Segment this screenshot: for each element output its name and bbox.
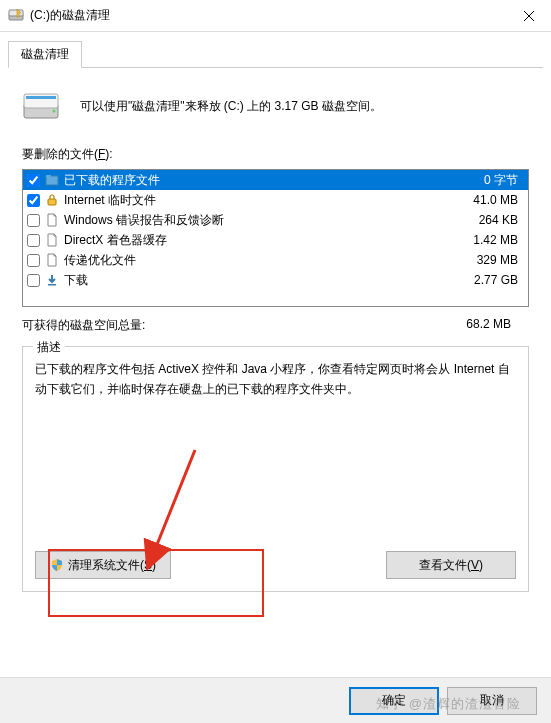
list-item[interactable]: 传递优化文件 329 MB bbox=[23, 250, 528, 270]
lock-icon bbox=[44, 192, 60, 208]
close-button[interactable] bbox=[506, 0, 551, 32]
dialog-body: 磁盘清理 可以使用"磁盘清理"来释放 (C:) 上的 3.17 GB 磁盘空间。… bbox=[0, 32, 551, 614]
tab-content: 可以使用"磁盘清理"来释放 (C:) 上的 3.17 GB 磁盘空间。 要删除的… bbox=[8, 72, 543, 606]
file-size: 329 MB bbox=[477, 253, 524, 267]
delete-files-label: 要删除的文件(F): bbox=[22, 146, 529, 163]
list-item[interactable]: DirectX 着色器缓存 1.42 MB bbox=[23, 230, 528, 250]
folder-icon bbox=[44, 172, 60, 188]
info-row: 可以使用"磁盘清理"来释放 (C:) 上的 3.17 GB 磁盘空间。 bbox=[22, 86, 529, 126]
total-value: 68.2 MB bbox=[466, 317, 511, 334]
svg-rect-9 bbox=[48, 284, 56, 286]
file-size: 1.42 MB bbox=[473, 233, 524, 247]
file-size: 2.77 GB bbox=[474, 273, 524, 287]
file-icon bbox=[44, 232, 60, 248]
file-list[interactable]: 已下载的程序文件 0 字节 Internet 临时文件 41.0 MB Wind… bbox=[22, 169, 529, 307]
file-checkbox[interactable] bbox=[27, 274, 40, 287]
file-name: 下载 bbox=[64, 272, 474, 289]
file-size: 264 KB bbox=[479, 213, 524, 227]
svg-rect-6 bbox=[46, 176, 58, 185]
window-title: (C:)的磁盘清理 bbox=[30, 7, 506, 24]
svg-rect-7 bbox=[46, 175, 51, 177]
svg-rect-4 bbox=[26, 96, 56, 99]
svg-point-5 bbox=[53, 110, 56, 113]
list-item[interactable]: Internet 临时文件 41.0 MB bbox=[23, 190, 528, 210]
drive-icon bbox=[22, 86, 62, 126]
file-name: Windows 错误报告和反馈诊断 bbox=[64, 212, 479, 229]
file-size: 41.0 MB bbox=[473, 193, 524, 207]
list-item[interactable]: 已下载的程序文件 0 字节 bbox=[23, 170, 528, 190]
disk-cleanup-icon bbox=[8, 8, 24, 24]
list-item[interactable]: 下载 2.77 GB bbox=[23, 270, 528, 290]
file-size: 0 字节 bbox=[484, 172, 524, 189]
titlebar: (C:)的磁盘清理 bbox=[0, 0, 551, 32]
description-buttons: 清理系统文件(S) 查看文件(V) bbox=[35, 551, 516, 579]
description-text: 已下载的程序文件包括 ActiveX 控件和 Java 小程序，你查看特定网页时… bbox=[35, 359, 516, 400]
total-row: 可获得的磁盘空间总量: 68.2 MB bbox=[22, 317, 529, 334]
file-icon bbox=[44, 252, 60, 268]
file-checkbox[interactable] bbox=[27, 194, 40, 207]
file-name: Internet 临时文件 bbox=[64, 192, 473, 209]
ok-button[interactable]: 确定 bbox=[349, 687, 439, 715]
close-icon bbox=[524, 11, 534, 21]
description-group: 描述 已下载的程序文件包括 ActiveX 控件和 Java 小程序，你查看特定… bbox=[22, 346, 529, 592]
file-checkbox[interactable] bbox=[27, 234, 40, 247]
file-checkbox[interactable] bbox=[27, 214, 40, 227]
file-icon bbox=[44, 212, 60, 228]
file-checkbox[interactable] bbox=[27, 174, 40, 187]
total-label: 可获得的磁盘空间总量: bbox=[22, 317, 145, 334]
file-name: DirectX 着色器缓存 bbox=[64, 232, 473, 249]
cancel-button[interactable]: 取消 bbox=[447, 687, 537, 715]
file-name: 传递优化文件 bbox=[64, 252, 477, 269]
intro-text: 可以使用"磁盘清理"来释放 (C:) 上的 3.17 GB 磁盘空间。 bbox=[80, 98, 382, 115]
view-files-button[interactable]: 查看文件(V) bbox=[386, 551, 516, 579]
dialog-footer: 确定 取消 bbox=[0, 677, 551, 723]
description-legend: 描述 bbox=[33, 339, 65, 356]
file-name: 已下载的程序文件 bbox=[64, 172, 484, 189]
list-item[interactable]: Windows 错误报告和反馈诊断 264 KB bbox=[23, 210, 528, 230]
shield-icon bbox=[50, 558, 64, 572]
tab-disk-cleanup[interactable]: 磁盘清理 bbox=[8, 41, 82, 68]
file-checkbox[interactable] bbox=[27, 254, 40, 267]
svg-rect-8 bbox=[48, 199, 56, 205]
download-icon bbox=[44, 272, 60, 288]
clean-system-files-button[interactable]: 清理系统文件(S) bbox=[35, 551, 171, 579]
tab-bar: 磁盘清理 bbox=[8, 40, 543, 68]
